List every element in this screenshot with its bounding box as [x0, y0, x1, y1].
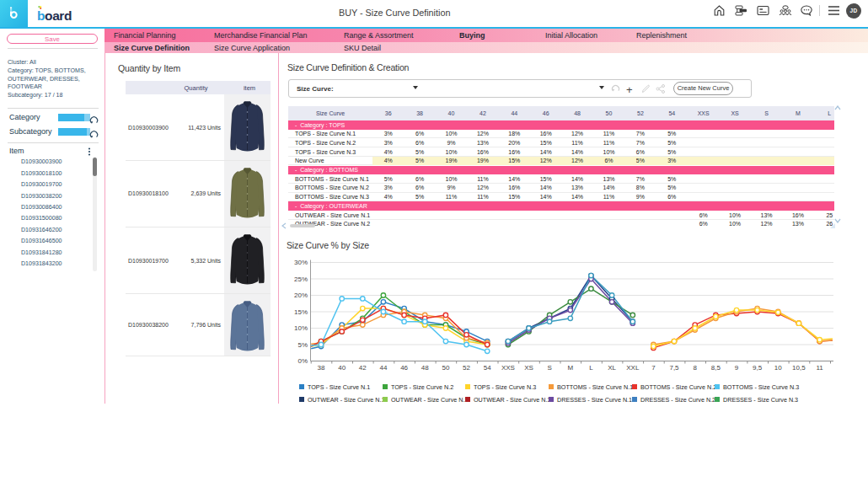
svg-text:8: 8: [693, 364, 697, 372]
svg-text:44: 44: [379, 364, 387, 372]
svg-text:38: 38: [318, 364, 325, 372]
svg-text:XXS: XXS: [501, 364, 515, 372]
svg-text:25%: 25%: [294, 276, 308, 283]
svg-text:48: 48: [421, 364, 429, 372]
svg-text:M: M: [567, 364, 573, 372]
svg-text:0%: 0%: [297, 357, 308, 365]
svg-text:7: 7: [651, 364, 656, 372]
svg-text:L: L: [589, 364, 593, 372]
svg-text:9: 9: [735, 364, 739, 372]
svg-text:S: S: [547, 364, 551, 372]
svg-text:54: 54: [484, 364, 491, 372]
svg-text:10,5: 10,5: [792, 364, 806, 372]
svg-text:15%: 15%: [294, 308, 308, 316]
svg-text:50: 50: [442, 364, 449, 372]
svg-text:11: 11: [816, 364, 823, 372]
svg-text:52: 52: [463, 364, 470, 372]
svg-text:10%: 10%: [294, 324, 308, 332]
svg-text:board: board: [37, 8, 72, 23]
svg-text:30%: 30%: [294, 259, 308, 266]
svg-text:42: 42: [359, 364, 367, 372]
svg-text:46: 46: [400, 364, 408, 372]
svg-text:9,5: 9,5: [753, 364, 763, 372]
svg-text:7,5: 7,5: [669, 364, 679, 372]
svg-text:10: 10: [774, 364, 782, 372]
svg-text:40: 40: [338, 364, 346, 372]
svg-text:20%: 20%: [294, 292, 308, 299]
svg-text:XS: XS: [524, 364, 533, 372]
svg-text:XXL: XXL: [626, 364, 640, 372]
svg-text:8,5: 8,5: [711, 364, 721, 372]
svg-text:5%: 5%: [297, 341, 308, 349]
svg-text:XL: XL: [608, 364, 616, 372]
